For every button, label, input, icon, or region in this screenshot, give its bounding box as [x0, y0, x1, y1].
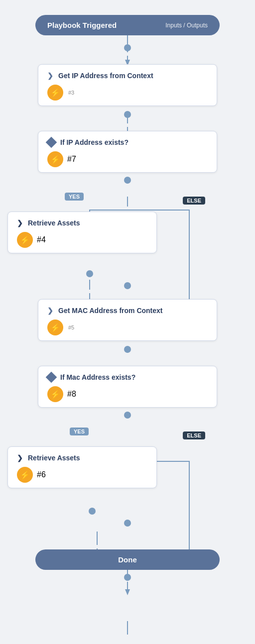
else-label-2-wrapper: ELSE — [183, 430, 205, 439]
inputs-outputs-link[interactable]: Inputs / Outputs — [165, 22, 208, 29]
lightning-icon-1: ⚡ — [50, 88, 60, 98]
get-mac-node-wrapper: ❯ Get MAC Address from Context ⚡ #5 — [0, 299, 255, 341]
yes-label-1-wrapper: YES — [65, 192, 84, 201]
retrieve-assets-2-label: Retrieve Assets — [28, 454, 80, 462]
if-mac-node[interactable]: If Mac Address exists? ⚡ #8 — [38, 366, 217, 408]
lightning-icon-3: ⚡ — [20, 235, 30, 245]
get-mac-num: #5 — [68, 324, 74, 330]
lightning-badge-2: ⚡ — [47, 151, 63, 167]
diamond-icon-2 — [46, 372, 57, 383]
connector-dot-3 — [124, 177, 131, 184]
connector-dot-1 — [124, 44, 131, 51]
action-icon-3: ❯ — [47, 307, 53, 315]
playbook-canvas: Playbook Triggered Inputs / Outputs ❯ Ge… — [0, 0, 255, 644]
diamond-icon-1 — [46, 137, 57, 148]
get-mac-node[interactable]: ❯ Get MAC Address from Context ⚡ #5 — [38, 299, 217, 341]
get-ip-label: Get IP Address from Context — [58, 72, 153, 80]
yes-label-2-wrapper: YES — [70, 427, 89, 435]
else-label-1: ELSE — [183, 197, 205, 205]
action-icon-4: ❯ — [17, 454, 23, 462]
lightning-badge-3: ⚡ — [17, 232, 33, 248]
lightning-badge-6: ⚡ — [17, 467, 33, 483]
yes-label-2: YES — [70, 428, 89, 435]
if-mac-label: If Mac Address exists? — [60, 373, 135, 381]
lightning-badge-5: ⚡ — [47, 386, 63, 402]
retrieve-assets-1-label: Retrieve Assets — [28, 219, 80, 227]
connector-dot-4 — [124, 346, 131, 353]
action-icon-1: ❯ — [47, 72, 53, 80]
connector-dot-2 — [124, 111, 131, 118]
else-label-1-wrapper: ELSE — [183, 196, 205, 205]
connector-dot-done — [124, 574, 131, 581]
if-ip-node[interactable]: If IP Address exists? ⚡ #7 — [38, 131, 217, 173]
retrieve-assets-1-wrapper: ❯ Retrieve Assets ⚡ #4 — [7, 212, 157, 253]
done-node-wrapper: Done — [0, 549, 255, 570]
if-ip-label: If IP Address exists? — [60, 138, 128, 146]
get-ip-num: #3 — [68, 90, 74, 96]
svg-marker-22 — [125, 589, 130, 595]
get-mac-label: Get MAC Address from Context — [58, 307, 163, 315]
trigger-node[interactable]: Playbook Triggered Inputs / Outputs — [35, 15, 220, 35]
if-ip-node-wrapper: If IP Address exists? ⚡ #7 — [0, 131, 255, 173]
retrieve-assets-1-node[interactable]: ❯ Retrieve Assets ⚡ #4 — [7, 212, 157, 253]
connector-dot-5 — [124, 412, 131, 419]
lightning-icon-4: ⚡ — [50, 323, 60, 332]
connector-dot-merge1 — [124, 282, 131, 289]
connector-dot-ra1 — [86, 270, 93, 277]
if-mac-node-wrapper: If Mac Address exists? ⚡ #8 — [0, 366, 255, 408]
lightning-badge-1: ⚡ — [47, 85, 63, 101]
retrieve-assets-1-num: #4 — [37, 235, 46, 244]
retrieve-assets-2-num: #6 — [37, 470, 46, 479]
get-ip-node[interactable]: ❯ Get IP Address from Context ⚡ #3 — [38, 64, 217, 106]
lightning-badge-4: ⚡ — [47, 320, 63, 335]
if-mac-num: #8 — [67, 390, 76, 399]
trigger-label: Playbook Triggered — [47, 21, 117, 29]
connector-dot-ra2 — [89, 508, 96, 515]
done-label: Done — [118, 555, 137, 564]
trigger-node-wrapper: Playbook Triggered Inputs / Outputs — [0, 15, 255, 35]
lightning-icon-6: ⚡ — [20, 470, 30, 480]
yes-label-1: YES — [65, 193, 84, 201]
retrieve-assets-2-wrapper: ❯ Retrieve Assets ⚡ #6 — [7, 446, 157, 488]
get-ip-node-wrapper: ❯ Get IP Address from Context ⚡ #3 — [0, 64, 255, 106]
lightning-icon-2: ⚡ — [50, 155, 60, 164]
if-ip-num: #7 — [67, 155, 76, 164]
connector-dot-merge2 — [124, 520, 131, 527]
lightning-icon-5: ⚡ — [50, 390, 60, 399]
retrieve-assets-2-node[interactable]: ❯ Retrieve Assets ⚡ #6 — [7, 446, 157, 488]
done-node[interactable]: Done — [35, 549, 220, 570]
action-icon-2: ❯ — [17, 219, 23, 227]
else-label-2: ELSE — [183, 431, 205, 439]
